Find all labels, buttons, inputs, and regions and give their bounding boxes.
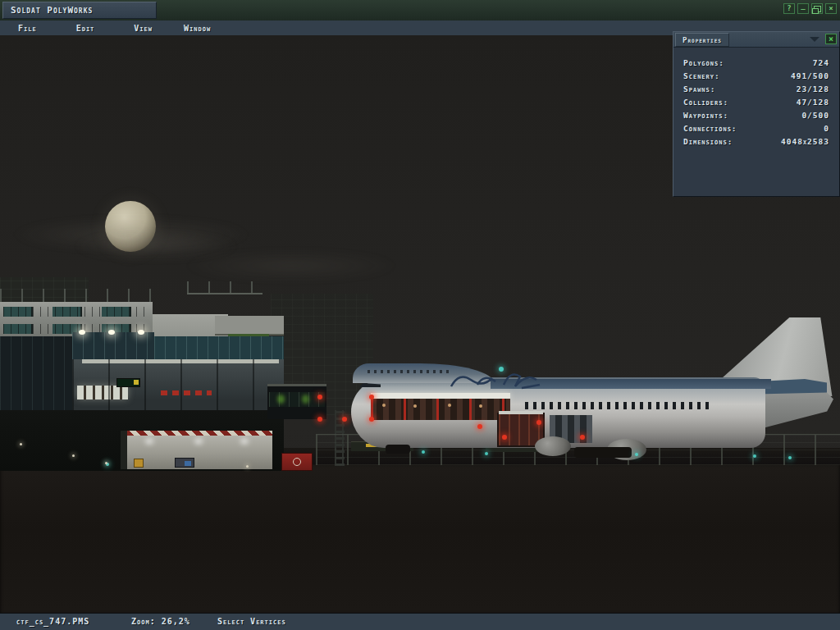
window-titlebar[interactable]: Soldat PolyWorks ? _ × xyxy=(0,0,840,21)
status-tool-mode: Select Vertices xyxy=(217,617,286,626)
ground-light xyxy=(72,454,75,457)
baggage-room xyxy=(127,431,272,469)
spawn-marker xyxy=(317,417,322,422)
terminal-roof-slab xyxy=(215,316,284,336)
terminal-sign xyxy=(116,378,140,387)
property-label: Polygons: xyxy=(683,58,724,71)
panel-close-button[interactable]: × xyxy=(825,34,837,44)
ground-light xyxy=(20,443,22,445)
menu-file[interactable]: File xyxy=(10,24,45,33)
engine xyxy=(535,436,571,456)
ground-light xyxy=(246,465,249,468)
polyworks-window: Soldat PolyWorks ? _ × File Edit View Wi… xyxy=(0,0,840,630)
menu-window[interactable]: Window xyxy=(176,24,219,33)
property-value: 23/128 xyxy=(797,84,829,98)
window-title: Soldat PolyWorks xyxy=(2,2,157,19)
properties-panel-header[interactable]: Properties × xyxy=(673,32,839,48)
spawn-marker xyxy=(536,420,541,425)
crate xyxy=(134,459,144,468)
spawn-marker xyxy=(317,395,322,399)
landing-gear xyxy=(574,447,632,458)
roof-light xyxy=(79,330,85,335)
jet-bridge xyxy=(267,384,326,419)
chevron-down-icon[interactable] xyxy=(810,37,819,42)
passenger xyxy=(448,404,451,407)
properties-panel: Properties × Polygons: 724 Scenery: 491/… xyxy=(673,31,840,197)
property-label: Waypoints: xyxy=(683,111,728,124)
properties-panel-title: Properties xyxy=(675,33,729,47)
property-row: Dimensions: 4048x2583 xyxy=(683,137,829,150)
roof-light xyxy=(138,330,144,335)
status-bar: ctf_cs_747.PMS Zoom: 26,2% Select Vertic… xyxy=(0,613,840,630)
passenger xyxy=(413,404,417,408)
scenery-light xyxy=(485,452,488,455)
roof-light xyxy=(108,330,115,335)
property-label: Spawns: xyxy=(683,84,716,98)
spawn-marker xyxy=(369,417,374,422)
spawn-marker xyxy=(369,395,374,399)
property-value: 47/128 xyxy=(797,98,829,111)
terrain-ground xyxy=(0,462,840,613)
rooftop-fence xyxy=(187,281,262,294)
property-label: Dimensions: xyxy=(683,137,733,150)
red-container xyxy=(281,453,313,471)
property-label: Scenery: xyxy=(683,71,720,84)
minimize-icon: _ xyxy=(801,2,805,10)
cabin-rib xyxy=(469,399,472,420)
corridor-mullions xyxy=(154,336,284,359)
cabin-interior xyxy=(371,399,510,420)
menu-edit[interactable]: Edit xyxy=(68,24,103,33)
property-value: 491/500 xyxy=(791,71,829,84)
spawn-marker xyxy=(477,424,482,429)
scenery-light xyxy=(753,454,756,458)
properties-list: Polygons: 724 Scenery: 491/500 Spawns: 2… xyxy=(673,48,839,150)
scenery-light xyxy=(635,453,638,456)
restore-button[interactable] xyxy=(811,3,823,14)
plant-glow xyxy=(277,395,285,404)
scenery-light xyxy=(499,367,504,372)
crate xyxy=(185,461,191,466)
fuselage-windows xyxy=(525,402,712,409)
close-icon: × xyxy=(829,5,833,12)
upper-corridor-glass xyxy=(154,336,284,359)
spawn-marker xyxy=(342,417,347,422)
menu-view[interactable]: View xyxy=(126,24,161,33)
cabin-rib xyxy=(436,399,439,420)
property-row: Polygons: 724 xyxy=(683,58,829,71)
ground-light xyxy=(105,462,107,464)
property-row: Scenery: 491/500 xyxy=(683,71,829,84)
scenery-light xyxy=(788,456,792,459)
property-value: 724 xyxy=(813,58,829,71)
terminal-mid-floor xyxy=(72,359,284,410)
window-controls: ? _ × xyxy=(783,3,837,14)
help-icon: ? xyxy=(787,5,791,12)
spawn-marker xyxy=(580,435,585,440)
floor-pillars xyxy=(72,359,284,410)
property-row: Spawns: 23/128 xyxy=(683,84,829,98)
restore-icon xyxy=(814,6,821,12)
status-filename: ctf_cs_747.PMS xyxy=(16,617,89,626)
passenger xyxy=(479,404,482,408)
plant-glow xyxy=(302,395,309,404)
property-value: 4048x2583 xyxy=(781,137,829,150)
ceiling-light xyxy=(240,439,249,444)
spawn-marker xyxy=(502,435,507,440)
property-label: Colliders: xyxy=(683,98,728,111)
ceiling-light xyxy=(145,439,153,444)
garage-pillar xyxy=(121,431,127,469)
property-row: Connections: 0 xyxy=(683,124,829,137)
glass-mullions xyxy=(0,336,72,412)
property-value: 0 xyxy=(824,124,829,137)
property-row: Colliders: 47/128 xyxy=(683,98,829,111)
help-button[interactable]: ? xyxy=(783,3,795,14)
minimize-button[interactable]: _ xyxy=(797,3,809,14)
close-button[interactable]: × xyxy=(825,3,837,14)
property-row: Waypoints: 0/500 xyxy=(683,111,829,124)
hazard-stripe xyxy=(127,431,272,436)
nose-gear xyxy=(386,445,410,454)
passenger xyxy=(382,404,386,407)
cloud xyxy=(185,250,398,281)
property-value: 0/500 xyxy=(801,111,829,124)
graffiti-art xyxy=(435,365,550,395)
status-zoom: Zoom: 26,2% xyxy=(131,617,190,626)
